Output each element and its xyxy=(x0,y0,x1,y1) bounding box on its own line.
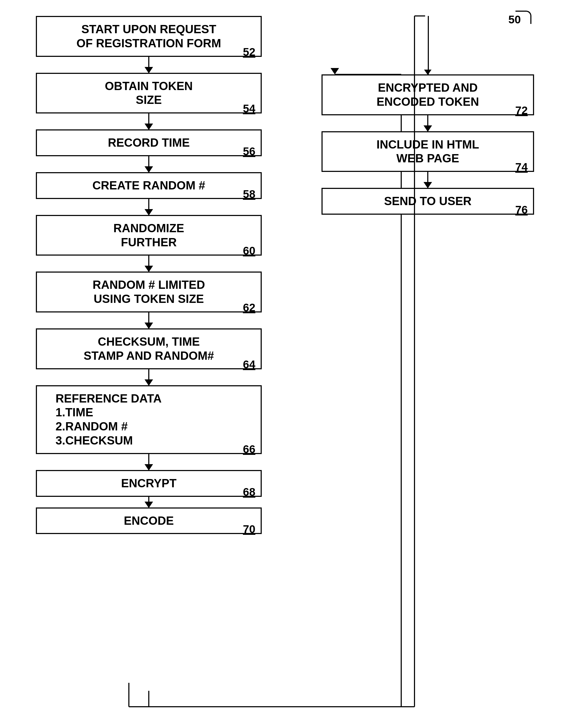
arrow-60-62 xyxy=(148,256,149,272)
box-52: START UPON REQUESTOF REGISTRATION FORM 5… xyxy=(36,16,262,57)
arrow-connector xyxy=(424,70,432,75)
box-72: ENCRYPTED ANDENCODED TOKEN 72 xyxy=(321,74,534,115)
box-64: CHECKSUM, TIMESTAMP AND RANDOM# 64 xyxy=(36,328,262,369)
box-68: ENCRYPT 68 xyxy=(36,470,262,497)
arrow-56-58 xyxy=(148,156,149,172)
box-56: RECORD TIME 56 xyxy=(36,129,262,156)
box-60: RANDOMIZEFURTHER 60 xyxy=(36,215,262,256)
box-62: RANDOM # LIMITEDUSING TOKEN SIZE 62 xyxy=(36,272,262,313)
arrow-72-74 xyxy=(427,115,428,131)
box-66: REFERENCE DATA1.TIME2.RANDOM #3.CHECKSUM… xyxy=(36,385,262,454)
arrow-52-54 xyxy=(148,57,149,73)
arrow-54-56 xyxy=(148,113,149,129)
arrow-58-60 xyxy=(148,199,149,215)
left-column: START UPON REQUESTOF REGISTRATION FORM 5… xyxy=(16,10,282,545)
box-76: SEND TO USER 76 xyxy=(321,188,534,215)
arrow-62-64 xyxy=(148,313,149,328)
box-54: OBTAIN TOKENSIZE 54 xyxy=(36,73,262,114)
right-column: ENCRYPTED ANDENCODED TOKEN 72 INCLUDE IN… xyxy=(308,16,547,215)
arrow-66-68 xyxy=(148,454,149,470)
box-58: CREATE RANDOM # 58 xyxy=(36,172,262,199)
arrow-64-66 xyxy=(148,369,149,385)
arrow-68-70 xyxy=(148,497,149,508)
box-74: INCLUDE IN HTMLWEB PAGE 74 xyxy=(321,131,534,172)
box-70: ENCODE 70 xyxy=(36,508,262,534)
connector-top-line xyxy=(428,16,429,74)
arrow-74-76 xyxy=(427,172,428,188)
